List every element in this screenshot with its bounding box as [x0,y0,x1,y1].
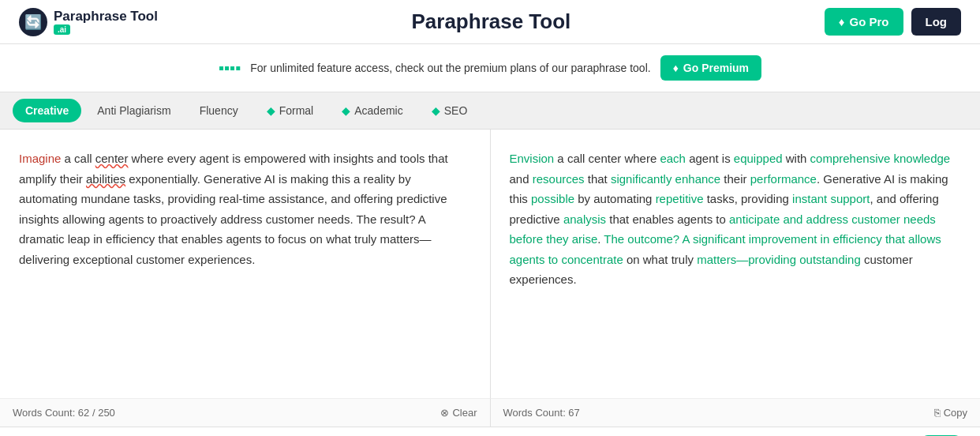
go-premium-button[interactable]: ♦ Go Premium [660,55,761,81]
output-pane: Envision a call center where each agent … [491,130,981,398]
output-word-7: performance [750,172,817,186]
input-pane: Imagine a call center where every agent … [0,130,491,398]
output-word-2: each [660,152,686,165]
gem-icon-seo: ◆ [432,104,440,117]
styled-word-2: center [95,152,129,165]
login-button[interactable]: Log [911,8,962,36]
logo-title: Paraphrase Tool [54,9,158,24]
header-title: Paraphrase Tool [411,9,570,34]
main-content: Imagine a call center where every agent … [0,130,980,398]
copy-button[interactable]: ⎘ Copy [934,407,967,419]
left-pane-footer: Words Count: 62 / 250 ⊗ Clear [0,398,491,427]
input-text[interactable]: Imagine a call center where every agent … [19,148,471,269]
tab-formal[interactable]: ◆ Formal [254,99,327,122]
output-word-3: equipped [734,152,783,165]
logo-area: 🔄 Paraphrase Tool .ai [19,8,158,36]
bottom-bar: ↑ EN ▾ ✦ Paraphrase 63% Paraphrased ⬆ Ex… [0,427,980,436]
tab-seo[interactable]: ◆ SEO [419,99,481,122]
right-pane-footer: Words Count: 67 ⎘ Copy [491,398,981,427]
pane-footers: Words Count: 62 / 250 ⊗ Clear Words Coun… [0,398,980,427]
output-word-5: resources [533,172,585,186]
output-word-10: instant support [792,192,870,205]
header-right: ♦ Go Pro Log [825,8,961,36]
left-words-count: Words Count: 62 / 250 [13,407,115,419]
diamond-icon-2: ♦ [673,62,679,74]
logo-badge: .ai [54,24,70,35]
grid-icon: ▪▪▪▪ [219,59,241,77]
output-word-4: comprehensive knowledge [810,152,951,165]
output-word-6: significantly enhance [611,172,720,186]
tabs-bar: Creative Anti Plagiarism Fluency ◆ Forma… [0,92,980,130]
clear-icon: ⊗ [440,407,449,419]
output-word-8: possible [531,192,574,205]
output-word-11: analysis [563,212,606,226]
styled-word: Imagine [19,152,61,165]
output-text: Envision a call center where each agent … [510,148,962,290]
tab-academic[interactable]: ◆ Academic [329,99,415,122]
header: 🔄 Paraphrase Tool .ai Paraphrase Tool ♦ … [0,0,980,44]
go-pro-button[interactable]: ♦ Go Pro [825,8,903,36]
logo-icon: 🔄 [19,8,47,36]
gem-icon-academic: ◆ [342,104,350,117]
right-words-count: Words Count: 67 [503,407,580,419]
output-word-1: Envision [510,152,555,165]
gem-icon-formal: ◆ [267,104,275,117]
diamond-icon: ♦ [839,15,845,28]
logo-text-wrap: Paraphrase Tool .ai [54,9,158,35]
banner-text: For unlimited feature access, check out … [250,62,650,74]
tab-anti-plagiarism[interactable]: Anti Plagiarism [84,99,183,122]
tab-fluency[interactable]: Fluency [187,99,251,122]
styled-word-3: abilities [86,172,125,186]
clear-button[interactable]: ⊗ Clear [440,407,477,419]
copy-icon: ⎘ [934,407,941,419]
premium-banner: ▪▪▪▪ For unlimited feature access, check… [0,44,980,92]
output-word-13: matters—providing outstanding [697,253,861,266]
output-word-9: repetitive [656,192,704,205]
tab-creative[interactable]: Creative [13,99,81,122]
